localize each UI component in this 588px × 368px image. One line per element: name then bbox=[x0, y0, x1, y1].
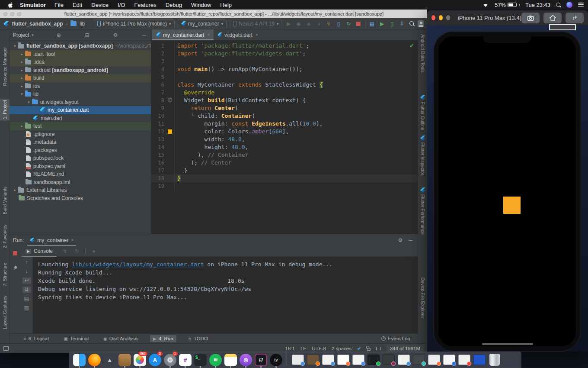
editor-line-18[interactable]: 18} bbox=[151, 174, 418, 182]
indent-setting[interactable]: 2 spaces bbox=[332, 346, 352, 351]
hide-panel-button[interactable]: ─ bbox=[141, 32, 147, 38]
user-avatar[interactable] bbox=[418, 20, 424, 27]
dock-app-spotify[interactable]: ≋ bbox=[209, 352, 222, 368]
tree-item-flutter-sandbox-app[interactable]: ▾flutter_sandbox_app [sandboxapp]~/works… bbox=[10, 42, 151, 50]
tree-expand-arrow[interactable]: ▸ bbox=[12, 188, 18, 192]
collapse-all-button[interactable]: ⊟ bbox=[83, 32, 90, 38]
tree-expand-arrow[interactable]: ▾ bbox=[26, 100, 32, 104]
project-structure-button[interactable]: ▤ bbox=[368, 20, 375, 28]
home-indicator-bar[interactable] bbox=[482, 343, 533, 345]
dock-minimized-window-13[interactable] bbox=[473, 352, 486, 368]
hot-restart-icon[interactable]: ↻ bbox=[73, 247, 81, 255]
wifi-icon[interactable] bbox=[482, 2, 489, 7]
editor-tab-my-container-dart[interactable]: my_container.dart× bbox=[152, 29, 214, 40]
tree-item-ios[interactable]: ▸ios bbox=[10, 82, 151, 90]
stop-button[interactable] bbox=[355, 20, 362, 28]
console-output[interactable]: Launching lib/ui/widgets/layout/my_conta… bbox=[33, 257, 418, 333]
flutter-attach-button[interactable]: ▯ bbox=[335, 20, 342, 28]
console-file-link[interactable]: lib/ui/widgets/layout/my_container.dart bbox=[72, 261, 204, 268]
editor-line-6[interactable]: 6class MyContainer extends StatelessWidg… bbox=[151, 81, 418, 89]
dock-app-notes[interactable] bbox=[224, 352, 237, 368]
menu-item-debug[interactable]: Debug bbox=[166, 2, 182, 8]
window-zoom-button[interactable] bbox=[17, 12, 21, 16]
device-selector-dropdown[interactable]: iPhone 11 Pro Max (mobile) ▾ bbox=[94, 19, 174, 28]
bottom-tab-todo[interactable]: ≣TODO bbox=[185, 335, 211, 342]
menu-item-window[interactable]: Window bbox=[191, 2, 211, 8]
next-occurrence-button[interactable]: ↓ bbox=[26, 268, 28, 274]
dock-app-appletv[interactable]: tv bbox=[269, 352, 283, 368]
unlocked-icon[interactable] bbox=[367, 348, 371, 351]
menu-bar-clock[interactable]: Tue 23:43 bbox=[525, 2, 550, 8]
dock-minimized-window-2[interactable] bbox=[306, 352, 320, 368]
tool-strip-resource-manager[interactable]: Resource Manager bbox=[0, 46, 10, 87]
window-close-button[interactable] bbox=[3, 12, 7, 16]
dock-minimized-window-9[interactable] bbox=[412, 352, 425, 368]
tree-expand-arrow[interactable]: ▸ bbox=[19, 124, 25, 128]
tree-item-.metadata[interactable]: .metadata bbox=[10, 138, 151, 146]
editor-body[interactable]: 1import 'package:flutter/material.dart';… bbox=[151, 40, 418, 234]
tree-item-pubspec.yaml[interactable]: pubspec.yaml bbox=[10, 162, 151, 171]
tool-strip-1-project[interactable]: 1: Project bbox=[0, 99, 10, 120]
tree-item-pubspec.lock[interactable]: pubspec.lock bbox=[10, 154, 151, 162]
battery-indicator[interactable]: 57% bbox=[495, 2, 520, 8]
tree-item-lib[interactable]: ▾lib bbox=[10, 90, 151, 98]
hot-restart-button[interactable]: ↻ bbox=[345, 20, 352, 28]
apply-changes-button[interactable]: ↯ bbox=[325, 20, 332, 28]
coverage-button[interactable]: ◈ bbox=[305, 20, 312, 28]
panel-settings-button[interactable]: ⚙ bbox=[112, 32, 119, 38]
menu-item-device[interactable]: Device bbox=[91, 2, 109, 8]
file-encoding[interactable]: UTF-8 bbox=[312, 346, 326, 351]
dock-minimized-window-12[interactable] bbox=[457, 352, 471, 368]
color-swatch-icon[interactable] bbox=[168, 129, 172, 134]
editor-line-14[interactable]: 14 height: 48.0, bbox=[151, 143, 418, 151]
tree-item-external-libraries[interactable]: ▸External Libraries bbox=[10, 186, 151, 194]
chevron-down-icon[interactable]: ▾ bbox=[32, 33, 34, 37]
event-log-button[interactable]: Event Log bbox=[378, 335, 413, 342]
menu-item-edit[interactable]: Edit bbox=[73, 2, 82, 8]
tree-item-.packages[interactable]: .packages bbox=[10, 146, 151, 155]
tree-expand-arrow[interactable]: ▸ bbox=[19, 68, 25, 72]
editor-line-4[interactable]: 4void main() => runApp(MyContainer()); bbox=[151, 65, 418, 73]
project-panel-title[interactable]: Project bbox=[13, 32, 29, 38]
window-minimize-button[interactable] bbox=[10, 12, 14, 16]
window-close-button[interactable] bbox=[431, 15, 435, 20]
ide-title-bar[interactable]: flutter_sandbox_app [~/workspaces/flutte… bbox=[0, 10, 427, 18]
apple-logo-icon[interactable] bbox=[8, 2, 14, 8]
dock-app-books[interactable] bbox=[118, 352, 131, 368]
debug-button[interactable]: ◆ bbox=[295, 20, 302, 28]
dock-app-firefox[interactable] bbox=[88, 352, 101, 368]
dock-minimized-window-1[interactable] bbox=[291, 352, 304, 368]
search-everywhere-icon[interactable] bbox=[409, 21, 414, 26]
menu-item-i-o[interactable]: I/O bbox=[118, 2, 125, 8]
breadcrumb-folder[interactable]: lib bbox=[80, 21, 85, 27]
dock-app-launchpad[interactable]: ▲ bbox=[103, 352, 116, 368]
tree-item-my-container.dart[interactable]: my_container.dart bbox=[10, 106, 151, 114]
editor-line-2[interactable]: 2import 'package:flutter/widgets.dart'; bbox=[151, 50, 418, 58]
tool-strip-flutter-outline[interactable]: Flutter Outline bbox=[418, 94, 428, 132]
bottom-tab-6-logcat[interactable]: ≡6: Logcat bbox=[21, 335, 52, 342]
editor-line-17[interactable]: 17 } bbox=[151, 167, 418, 174]
tree-item-.idea[interactable]: ▸.idea bbox=[10, 58, 151, 66]
bottom-tab-terminal[interactable]: ▣Terminal bbox=[61, 335, 92, 342]
tree-item-main.dart[interactable]: main.dart bbox=[10, 114, 151, 123]
tool-strip-build-variants[interactable]: Build Variants bbox=[0, 185, 10, 216]
tree-item-test[interactable]: ▸test bbox=[10, 122, 151, 130]
dock-app-terminal[interactable]: $_ bbox=[194, 352, 207, 368]
scroll-to-end-button[interactable]: ⇊ bbox=[22, 287, 31, 293]
dock-app-sysprefs[interactable]: ⚙1 bbox=[163, 352, 177, 368]
line-ending[interactable]: LF bbox=[300, 346, 306, 351]
tool-strip-2-favorites[interactable]: 2: Favorites bbox=[0, 223, 10, 250]
tool-strip-device-file-explorer[interactable]: Device File Explorer bbox=[418, 276, 428, 320]
tool-strip-android-data-tools[interactable]: Android Data Tools bbox=[418, 33, 428, 74]
siri-icon[interactable] bbox=[566, 2, 572, 8]
stop-app-icon[interactable]: ● bbox=[90, 247, 98, 255]
bottom-tab-dart-analysis[interactable]: ◉Dart Analysis bbox=[100, 335, 141, 342]
inspection-ok-icon[interactable]: ✔ bbox=[409, 42, 414, 49]
logcat-window-button[interactable]: ▶ bbox=[378, 20, 385, 28]
close-icon[interactable]: × bbox=[71, 238, 74, 242]
run-settings-button[interactable]: ⚙ bbox=[397, 237, 404, 243]
window-minimize-button[interactable] bbox=[439, 15, 443, 20]
run-config-tab[interactable]: my_container × bbox=[27, 234, 76, 246]
tree-expand-arrow[interactable]: ▸ bbox=[19, 76, 25, 80]
tree-expand-arrow[interactable]: ▾ bbox=[19, 92, 25, 96]
